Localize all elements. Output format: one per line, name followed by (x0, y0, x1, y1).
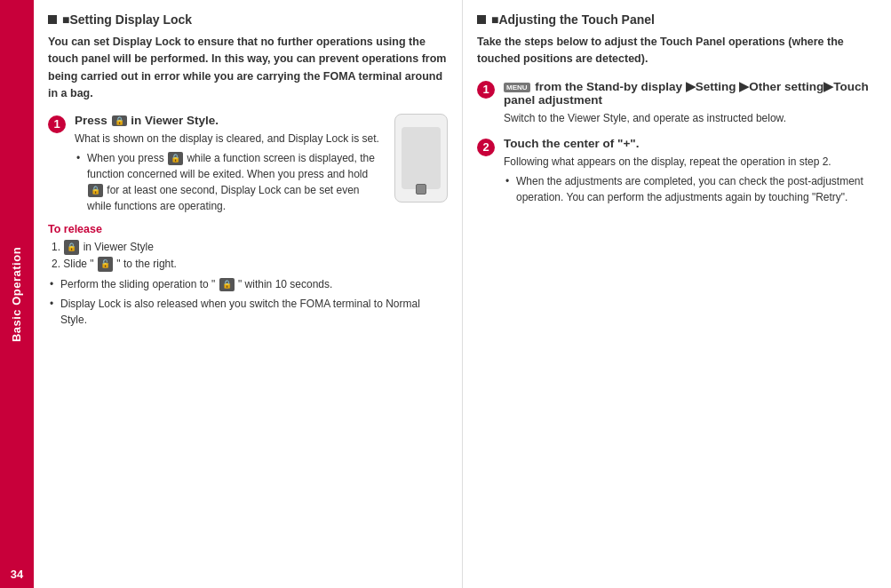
menu-icon: MENU (504, 83, 530, 92)
right-step2-content: Touch the center of "+". Following what … (504, 137, 877, 205)
release-icon1: 🔒 (64, 240, 79, 254)
right-step2-title: Touch the center of "+". (504, 137, 877, 150)
to-release-section: To release 1. 🔒 in Viewer Style 2. Slide… (48, 223, 448, 328)
left-step1-body1: What is shown on the display is cleared,… (75, 131, 448, 147)
press-icon: 🔒 (168, 152, 183, 166)
release-item1: 1. 🔒 in Viewer Style (48, 239, 448, 256)
left-step1: 1 Press 🔒 in Viewer Style. What is shown… (48, 114, 448, 214)
left-title-text: ■Setting Display Lock (62, 12, 192, 27)
slide-icon: 🔓 (98, 257, 113, 271)
right-intro: Take the steps below to adjust the Touch… (477, 34, 877, 68)
sidebar-label: Basic Operation (11, 246, 24, 341)
title-square-icon (48, 15, 57, 24)
step1-with-phone: Press 🔒 in Viewer Style. What is shown o… (75, 114, 448, 214)
left-step1-bullet1: When you press 🔒 while a function screen… (75, 150, 448, 214)
right-step1: 1 MENU from the Stand-by display ▶Settin… (477, 79, 877, 126)
right-step1-title: MENU from the Stand-by display ▶Setting … (504, 79, 877, 107)
right-step1-content: MENU from the Stand-by display ▶Setting … (504, 79, 877, 126)
right-section-title: ■Adjusting the Touch Panel (477, 12, 877, 27)
release-bullet1: Perform the sliding operation to " 🔒 " w… (48, 276, 448, 292)
lock-filled-icon: 🔒 (219, 278, 235, 292)
right-step2: 2 Touch the center of "+". Following wha… (477, 137, 877, 205)
right-step1-number: 1 (477, 81, 495, 99)
left-section-title: ■Setting Display Lock (48, 12, 448, 27)
right-step2-body: Following what appears on the display, r… (504, 154, 877, 170)
right-step1-body: Switch to the Viewer Style, and operate … (504, 110, 877, 126)
left-step1-title: Press 🔒 in Viewer Style. (75, 114, 448, 127)
sidebar: Basic Operation 34 (0, 0, 34, 588)
page-number: 34 (11, 568, 23, 581)
right-title-text: ■Adjusting the Touch Panel (491, 12, 655, 27)
release-bullet2: Display Lock is also released when you s… (48, 296, 448, 328)
right-column: ■Adjusting the Touch Panel Take the step… (463, 0, 891, 588)
release-item2: 2. Slide " 🔓 " to the right. (48, 256, 448, 273)
left-step1-number: 1 (48, 115, 66, 133)
left-column: ■Setting Display Lock You can set Displa… (34, 0, 463, 588)
left-step1-content: Press 🔒 in Viewer Style. What is shown o… (75, 114, 448, 214)
to-release-label: To release (48, 223, 448, 235)
right-step2-bullet1: When the adjustments are completed, you … (504, 173, 877, 205)
lock-key-icon: 🔒 (112, 115, 127, 126)
hold-icon: 🔒 (88, 184, 103, 198)
left-intro: You can set Display Lock to ensure that … (48, 34, 448, 103)
right-title-square-icon (477, 15, 486, 24)
right-step2-number: 2 (477, 139, 495, 156)
main-content: ■Setting Display Lock You can set Displa… (34, 0, 891, 588)
